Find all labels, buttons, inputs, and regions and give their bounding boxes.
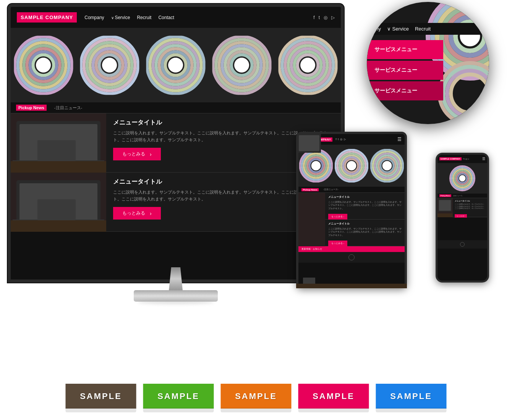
phone-item-title-1: メニュータイトル [455, 200, 485, 202]
svg-point-23 [168, 58, 183, 72]
circle-group-4 [211, 35, 272, 96]
tablet-item-content-1: メニュータイトル ここに説明を入れます。サンプルテキスト。ここに説明を入れます。… [325, 193, 405, 219]
phone-header: SAMPLE COMPANY f t ◎ ▷ ☰ [437, 155, 487, 163]
tablet-social: f t ◎ ▷ [335, 138, 346, 141]
tablet-more-btn-2[interactable]: もっとみる › [328, 241, 347, 246]
news-item-1: メニュータイトル ここに説明を入れます。サンプルテキスト。ここに説明を入れます。… [11, 113, 341, 173]
monitor-frame: SAMPLE COMPANY Company Service Recruit C… [8, 4, 344, 283]
nav-company[interactable]: Company [84, 15, 104, 20]
swatches-row: SAMPLE SAMPLE SAMPLE SAMPLE SAMPLE [66, 384, 447, 412]
swatch-shadow-brown [66, 408, 136, 412]
tablet-news-item-2: メニュータイトル ここに説明を入れます。サンプルテキスト。ここに説明を入れます。… [298, 220, 405, 246]
phone-circle-1 [449, 165, 476, 192]
tablet-hamburger-icon[interactable]: ☰ [397, 137, 402, 142]
tablet-item-content-2: メニュータイトル ここに説明を入れます。サンプルテキスト。ここに説明を入れます。… [325, 220, 405, 246]
phone-display: SAMPLE COMPANY f t ◎ ▷ ☰ [436, 153, 489, 283]
swatch-shadow-pink [298, 408, 369, 412]
site-logo: SAMPLE COMPANY [17, 12, 77, 23]
tablet-content: SAMPLE COMPANY f t ◎ ▷ ☰ [298, 134, 405, 286]
social-icons: f t ◎ ▷ [313, 15, 335, 20]
tablet-item-text-1: ここに説明を入れます。サンプルテキスト。ここに説明を入れます。サンプルテキスト。… [328, 200, 402, 210]
monitor-display: SAMPLE COMPANY Company Service Recruit C… [8, 4, 344, 309]
swatch-orange: SAMPLE [221, 384, 292, 412]
phone-yt-icon: ▷ [468, 158, 469, 160]
news-bar: Pickup News -注目ニュース- [11, 102, 341, 113]
more-label-2: もっとみる [122, 210, 145, 216]
instagram-icon[interactable]: ◎ [324, 15, 327, 20]
facebook-icon[interactable]: f [313, 15, 314, 20]
hero-section [11, 28, 341, 102]
tablet-fb-icon: f [335, 138, 336, 141]
tablet-display: SAMPLE COMPANY f t ◎ ▷ ☰ [296, 132, 407, 288]
twitter-icon[interactable]: t [319, 15, 320, 20]
circle-group-5 [277, 35, 339, 96]
tablet-home-circle-icon [348, 254, 355, 260]
dropdown-menu-2[interactable]: サービスメニュー [367, 61, 443, 80]
swatch-brown: SAMPLE [66, 384, 136, 412]
swatch-shadow-blue [376, 408, 447, 412]
monitor-screen: SAMPLE COMPANY Company Service Recruit C… [11, 7, 341, 279]
swatch-label-blue: SAMPLE [390, 391, 432, 401]
tablet-home-button[interactable] [298, 252, 405, 263]
more-label-1: もっとみる [122, 151, 145, 157]
dark-wood-2 [11, 220, 106, 232]
news-subtitle: -注目ニュース- [54, 105, 82, 111]
tablet-news-bar: Pickup News -注目ニュース- [298, 187, 405, 193]
nav-contact[interactable]: Contact [158, 15, 174, 20]
swatch-pink: SAMPLE [298, 384, 369, 412]
phone-fb-icon: f [463, 158, 463, 160]
dropdown-menu-3[interactable]: サービスメニュー [367, 81, 443, 100]
nav-recruit[interactable]: Recruit [137, 15, 151, 20]
news-thumb-2 [11, 173, 106, 232]
tablet-circle-3 [370, 149, 404, 183]
circle-group-1 [13, 35, 74, 96]
swatch-box-orange: SAMPLE [221, 384, 292, 409]
swatch-green: SAMPLE [143, 384, 214, 412]
tablet-frame: SAMPLE COMPANY f t ◎ ▷ ☰ [296, 132, 407, 288]
swatch-label-pink: SAMPLE [313, 391, 355, 401]
phone-hero [437, 163, 487, 194]
swatch-box-green: SAMPLE [143, 384, 214, 409]
phone-home-circle-icon [460, 242, 465, 247]
site-header: SAMPLE COMPANY Company Service Recruit C… [11, 7, 341, 28]
monitor-reflection [138, 300, 214, 304]
more-button-2[interactable]: もっとみる › [113, 207, 161, 220]
more-arrow-2: › [150, 210, 152, 216]
dropdown-menu-1[interactable]: サービスメニュー [367, 40, 443, 59]
dark-wood [11, 161, 106, 173]
youtube-icon[interactable]: ▷ [331, 15, 335, 20]
phone-social: f t ◎ ▷ [463, 158, 470, 160]
tablet-yt-icon: ▷ [344, 138, 346, 141]
svg-point-39 [300, 58, 315, 72]
svg-point-79 [459, 175, 465, 181]
dropdown-nav-recruit[interactable]: Recruit [415, 26, 431, 32]
tablet-more-btn-1[interactable]: もっとみる › [328, 214, 347, 220]
more-arrow-1: › [150, 151, 152, 157]
svg-point-7 [36, 58, 51, 72]
tablet-item-title-1: メニュータイトル [328, 195, 402, 199]
swatch-label-orange: SAMPLE [235, 391, 277, 401]
tablet-news-sub: -注目ニュース- [323, 188, 339, 191]
phone-thumb-1 [437, 198, 453, 217]
dropdown-nav-any[interactable]: any [373, 26, 381, 32]
svg-point-72 [382, 161, 392, 170]
dropdown-menus: サービスメニュー サービスメニュー サービスメニュー [367, 40, 443, 102]
news-item-title-1: メニュータイトル [113, 119, 334, 127]
svg-point-65 [347, 161, 356, 170]
phone-hamburger-icon[interactable]: ☰ [482, 157, 485, 161]
news-label: Pickup News [16, 105, 47, 111]
tablet-thumb-1 [298, 193, 325, 220]
more-button-1[interactable]: もっとみる › [113, 148, 161, 160]
phone-home-button[interactable] [437, 240, 487, 249]
swatch-label-green: SAMPLE [157, 391, 199, 401]
swatch-box-brown: SAMPLE [66, 384, 136, 409]
tablet-bottom-bar: 更新情報・お知らせ [298, 246, 405, 252]
news-item-2: メニュータイトル ここに説明を入れます。サンプルテキスト。ここに説明を入れます。… [11, 173, 341, 232]
dropdown-nav-service[interactable]: ∨ Service [387, 26, 409, 32]
dropdown-circle-inner: any ∨ Service Recruit サービスメニュー サービスメニュー … [367, 2, 489, 124]
phone-more-btn-1[interactable]: もっとみる › [455, 214, 467, 218]
nav-service[interactable]: Service [111, 15, 130, 20]
news-thumb-1 [11, 113, 106, 173]
tablet-news-item-1: メニュータイトル ここに説明を入れます。サンプルテキスト。ここに説明を入れます。… [298, 193, 405, 220]
phone-news-label: Pickup News [439, 194, 451, 197]
